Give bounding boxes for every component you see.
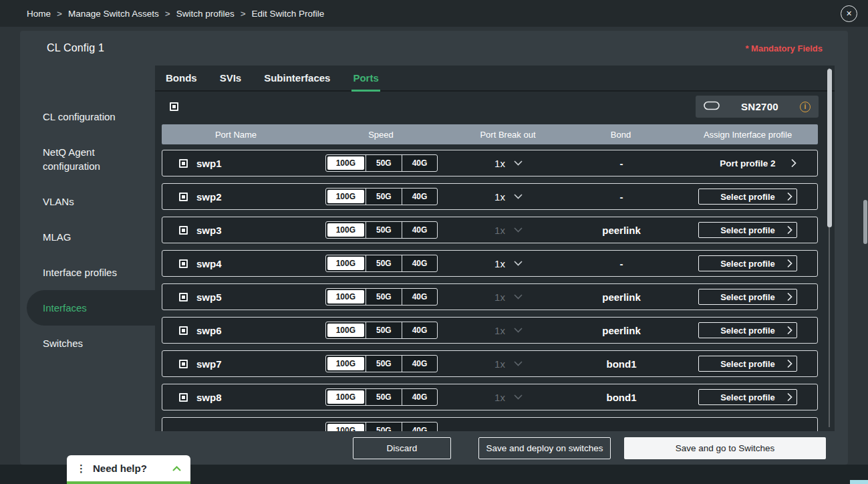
port-breakout-dropdown: 1x <box>452 291 565 303</box>
speed-option-100g[interactable]: 100G <box>327 156 364 170</box>
row-checkbox[interactable] <box>179 226 188 235</box>
speed-option-50g[interactable]: 50G <box>366 322 402 338</box>
select-profile-button[interactable]: Select profile <box>698 389 797 405</box>
sidebar-item-switches[interactable]: Switches <box>20 326 155 361</box>
chevron-down-icon <box>514 328 523 333</box>
top-bar: Home>Manage Switch Assets>Switch profile… <box>0 0 868 27</box>
tab-bonds[interactable]: Bonds <box>164 66 198 90</box>
assigned-profile-label: Port profile 2 <box>720 158 775 168</box>
breadcrumb: Home>Manage Switch Assets>Switch profile… <box>27 9 841 19</box>
speed-option-100g[interactable]: 100G <box>327 290 364 304</box>
select-profile-button[interactable]: Select profile <box>698 322 797 338</box>
speed-option-100g[interactable]: 100G <box>327 223 364 237</box>
need-help-button[interactable]: Need help? <box>67 455 190 484</box>
breadcrumb-separator: > <box>165 9 170 19</box>
speed-option-100g[interactable]: 100G <box>327 324 364 337</box>
row-checkbox[interactable] <box>179 326 188 335</box>
page-title: CL Config 1 <box>47 42 104 54</box>
sidebar-item-netq-agent-configuration[interactable]: NetQ Agent configuration <box>20 134 155 184</box>
device-model-button[interactable]: SN2700 <box>696 96 819 118</box>
discard-button[interactable]: Discard <box>353 437 451 459</box>
port-breakout-dropdown[interactable]: 1x <box>452 191 565 203</box>
speed-option-40g[interactable]: 40G <box>402 222 438 238</box>
speed-option-50g[interactable]: 50G <box>366 255 402 271</box>
speed-option-50g[interactable]: 50G <box>366 289 402 305</box>
select-profile-label: Select profile <box>720 225 775 235</box>
tab-ports[interactable]: Ports <box>351 66 380 92</box>
port-name: swp7 <box>196 358 222 370</box>
save-and-deploy-button[interactable]: Save and deploy on switches <box>478 437 611 459</box>
speed-option-40g[interactable]: 40G <box>402 289 438 305</box>
sidebar-item-cl-configuration[interactable]: CL configuration <box>20 99 155 134</box>
row-checkbox[interactable] <box>179 293 188 301</box>
sidebar-item-vlans[interactable]: VLANs <box>20 184 155 219</box>
speed-option-50g[interactable]: 50G <box>366 389 402 405</box>
table-row: swp1100G50G40G1x-Port profile 2 <box>162 150 818 176</box>
speed-option-100g[interactable]: 100G <box>327 257 364 270</box>
chevron-down-icon <box>514 294 523 299</box>
port-breakout-dropdown: 1x <box>452 392 565 403</box>
speed-option-40g[interactable]: 40G <box>402 189 438 205</box>
breakout-value: 1x <box>494 191 505 203</box>
content: BondsSVIsSubinterfacesPorts SN2700 Port … <box>155 66 835 431</box>
close-button[interactable] <box>841 5 857 22</box>
speed-option-50g[interactable]: 50G <box>366 189 402 205</box>
chevron-down-icon <box>514 194 523 199</box>
table-row: swp8100G50G40G1xbond1Select profile <box>162 384 818 410</box>
window-scrollbar-thumb[interactable] <box>863 200 867 244</box>
content-scrollbar-thumb[interactable] <box>827 69 832 227</box>
select-profile-label: Select profile <box>720 259 775 269</box>
breadcrumb-item-home[interactable]: Home <box>27 9 51 19</box>
sidebar-item-interface-profiles[interactable]: Interface profiles <box>20 255 155 290</box>
speed-option-40g[interactable]: 40G <box>402 356 438 372</box>
save-and-go-button[interactable]: Save and go to Switches <box>624 437 826 459</box>
speed-option-100g[interactable]: 100G <box>327 357 364 370</box>
speed-option-100g[interactable]: 100G <box>327 424 364 431</box>
speed-option-40g[interactable]: 40G <box>402 422 438 431</box>
row-checkbox[interactable] <box>179 159 188 168</box>
port-breakout-dropdown[interactable]: 1x <box>452 158 565 169</box>
speed-option-40g[interactable]: 40G <box>402 322 438 338</box>
sidebar-item-mlag[interactable]: MLAG <box>20 219 155 255</box>
bond-value: - <box>565 158 678 169</box>
select-profile-button[interactable]: Select profile <box>698 222 797 238</box>
port-breakout-dropdown[interactable]: 1x <box>452 258 565 269</box>
chevron-right-icon <box>787 259 792 268</box>
speed-toggle-group: 100G50G40G <box>325 322 438 339</box>
speed-option-40g[interactable]: 40G <box>402 155 438 171</box>
breadcrumb-item-manage-switch-assets[interactable]: Manage Switch Assets <box>68 9 159 19</box>
speed-option-100g[interactable]: 100G <box>327 190 364 203</box>
breadcrumb-item-switch-profiles[interactable]: Switch profiles <box>176 9 235 19</box>
port-name: swp4 <box>196 258 222 269</box>
bond-value: peerlink <box>565 225 678 236</box>
tab-subinterfaces[interactable]: Subinterfaces <box>263 66 331 90</box>
select-profile-button[interactable]: Select profile <box>698 189 797 205</box>
background-accent <box>850 480 868 484</box>
speed-option-40g[interactable]: 40G <box>402 255 438 271</box>
breadcrumb-item-edit-switch-profile: Edit Switch Profile <box>252 9 325 19</box>
bond-value: bond1 <box>565 358 678 370</box>
tab-bar: BondsSVIsSubinterfacesPorts <box>155 66 835 92</box>
row-checkbox[interactable] <box>179 193 188 201</box>
speed-toggle-group: 100G50G40G <box>325 188 438 205</box>
speed-option-40g[interactable]: 40G <box>402 389 438 405</box>
assigned-profile-link[interactable]: Port profile 2 <box>698 155 797 171</box>
select-profile-button[interactable]: Select profile <box>698 255 797 271</box>
sidebar-item-interfaces[interactable]: Interfaces <box>27 290 155 326</box>
speed-option-50g[interactable]: 50G <box>366 422 402 431</box>
breakout-value: 1x <box>494 325 505 336</box>
chevron-right-icon <box>787 293 792 301</box>
row-checkbox[interactable] <box>179 360 188 368</box>
tab-svis[interactable]: SVIs <box>219 66 243 90</box>
speed-option-100g[interactable]: 100G <box>327 390 364 404</box>
info-icon[interactable] <box>800 102 811 112</box>
speed-option-50g[interactable]: 50G <box>366 356 402 372</box>
breakout-value: 1x <box>494 258 505 269</box>
row-checkbox[interactable] <box>179 393 188 402</box>
select-profile-button[interactable]: Select profile <box>698 356 797 372</box>
row-checkbox[interactable] <box>179 259 188 268</box>
speed-option-50g[interactable]: 50G <box>366 155 402 171</box>
select-profile-button[interactable]: Select profile <box>698 289 797 305</box>
speed-option-50g[interactable]: 50G <box>366 222 402 238</box>
select-all-checkbox[interactable] <box>170 102 178 111</box>
